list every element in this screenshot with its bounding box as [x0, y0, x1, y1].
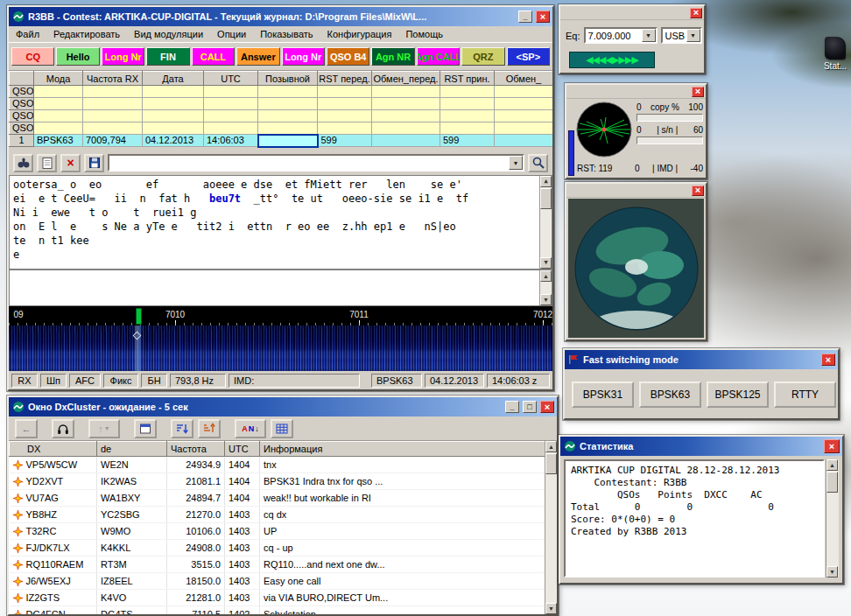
- dx-spot-row[interactable]: YD2XVT IK2WAS21081.11404BPSK31 Indra tnx…: [10, 473, 545, 490]
- menu-configuration[interactable]: Конфигурация: [327, 29, 392, 39]
- listen-button[interactable]: [52, 419, 74, 438]
- sort-descending-button[interactable]: [171, 419, 193, 438]
- log-cell-exch-sent[interactable]: [372, 135, 440, 147]
- log-cell[interactable]: [372, 86, 440, 98]
- log-cell[interactable]: [143, 110, 204, 122]
- log-cell[interactable]: [258, 122, 318, 135]
- log-cell[interactable]: [440, 122, 495, 135]
- raise-spot-button[interactable]: ↑ ▼: [88, 419, 120, 438]
- log-cell[interactable]: [495, 110, 553, 122]
- scroll-thumb[interactable]: [545, 453, 557, 474]
- fast-switching-titlebar[interactable]: Fast switching mode ×: [565, 350, 838, 369]
- log-cell-mode[interactable]: BPSK63: [34, 135, 83, 147]
- menu-file[interactable]: Файл: [16, 29, 39, 39]
- tune-up-arrows-icon[interactable]: ▶▶▶▶: [612, 54, 638, 66]
- scroll-up-button[interactable]: ▲: [540, 270, 552, 282]
- log-cell[interactable]: [83, 122, 143, 135]
- statistics-titlebar[interactable]: Статистика ×: [560, 437, 842, 456]
- log-cell[interactable]: [258, 86, 318, 98]
- close-button[interactable]: ×: [540, 401, 554, 413]
- scroll-thumb[interactable]: [826, 472, 838, 493]
- macro-hello-button[interactable]: Hello: [56, 47, 99, 66]
- log-cell-freq[interactable]: 7009,794: [83, 135, 143, 147]
- log-cell[interactable]: [83, 86, 143, 98]
- status-squelch-toggle[interactable]: Шп: [40, 374, 67, 388]
- main-titlebar[interactable]: R3BB - Contest: ARKTIKA-CUP-DIGITAL - Те…: [9, 7, 552, 26]
- log-cell-rst-sent[interactable]: 599: [318, 135, 372, 147]
- dx-header-de[interactable]: de: [97, 442, 167, 457]
- mode-bpsk31-button[interactable]: BPSK31: [572, 382, 634, 408]
- tx-scrollbar[interactable]: ▲ ▼: [539, 270, 552, 305]
- scroll-down-button[interactable]: ▼: [540, 257, 552, 269]
- dxcluster-titlebar[interactable]: Окно DxCluster - ожидание - 5 сек _ □ ×: [9, 397, 557, 416]
- dx-spot-row[interactable]: YB8HZ YC2SBG21270.01403cq dx: [10, 507, 545, 523]
- dx-header-dx[interactable]: DX: [10, 442, 97, 457]
- tuning-marker[interactable]: [136, 308, 142, 325]
- log-cell[interactable]: [372, 110, 440, 122]
- macro-qrz-button[interactable]: QRZ: [461, 47, 504, 66]
- status-lock-toggle[interactable]: Фикс: [103, 374, 138, 388]
- combo-dropdown-button[interactable]: ▼: [642, 29, 656, 42]
- log-cell[interactable]: [440, 110, 495, 122]
- panel-titlebar[interactable]: ×: [560, 6, 704, 20]
- log-cell[interactable]: [204, 98, 258, 110]
- log-cell-date[interactable]: 04.12.2013: [143, 135, 204, 147]
- menu-view[interactable]: Показывать: [260, 29, 313, 39]
- log-cell-rst-rcvd[interactable]: 599: [440, 135, 495, 147]
- menu-edit[interactable]: Редактировать: [53, 29, 120, 39]
- combo-dropdown-button[interactable]: ▼: [509, 156, 523, 170]
- log-cell[interactable]: [143, 98, 204, 110]
- log-cell[interactable]: [258, 98, 318, 110]
- log-cell[interactable]: [495, 86, 553, 98]
- menu-help[interactable]: Помощь: [405, 29, 443, 39]
- mode-combo[interactable]: USB ▼: [661, 27, 702, 44]
- log-cell[interactable]: [204, 122, 258, 135]
- status-bn-toggle[interactable]: БН: [141, 374, 167, 388]
- close-button[interactable]: ×: [690, 8, 702, 18]
- scroll-down-button[interactable]: ▼: [545, 603, 557, 614]
- desktop-icon-stat[interactable]: Stat...: [819, 37, 851, 71]
- panel-titlebar[interactable]: ×: [566, 184, 706, 198]
- log-cell[interactable]: [372, 98, 440, 110]
- macro-longnr2-button[interactable]: Long Nr: [282, 47, 325, 66]
- log-cell[interactable]: [34, 86, 83, 98]
- delete-qso-button[interactable]: ×: [60, 154, 81, 172]
- log-cell[interactable]: [495, 98, 553, 110]
- log-cell[interactable]: [440, 98, 495, 110]
- log-cell[interactable]: [34, 110, 83, 122]
- minimize-button[interactable]: _: [505, 401, 519, 413]
- close-button[interactable]: ×: [692, 87, 704, 97]
- dx-header-utc[interactable]: UTC: [225, 442, 260, 457]
- close-button[interactable]: ×: [824, 439, 840, 453]
- log-cell[interactable]: [318, 110, 372, 122]
- macro-agnnr-button[interactable]: Agn NR: [371, 47, 414, 66]
- rx-decoded-text-area[interactable]: ootersa_ o eo ef aoeee e dse et fMiett r…: [9, 175, 552, 270]
- macro-cq-button[interactable]: CQ: [11, 47, 54, 66]
- dx-spot-row[interactable]: J6/W5EXJ IZ8EEL18150.01403Easy one call: [10, 573, 545, 590]
- dx-scrollbar[interactable]: ▲ ▼: [545, 441, 557, 614]
- log-cell[interactable]: [143, 86, 204, 98]
- minimize-button[interactable]: _: [518, 10, 532, 23]
- tx-text-area[interactable]: ▲ ▼: [9, 270, 552, 306]
- status-afc-toggle[interactable]: AFC: [69, 374, 101, 388]
- maximize-button[interactable]: □: [523, 401, 537, 413]
- log-cell[interactable]: [34, 122, 83, 135]
- log-cell[interactable]: [318, 98, 372, 110]
- dx-spot-row[interactable]: FJ/DK7LX K4KKL24908.01403cq - up: [10, 540, 545, 556]
- scroll-down-button[interactable]: ▼: [540, 294, 552, 305]
- rx-highlighted-callsign[interactable]: beu7t: [209, 192, 241, 205]
- status-rx-toggle[interactable]: RX: [11, 374, 38, 388]
- mode-bpsk63-button[interactable]: BPSK63: [639, 382, 701, 408]
- log-cell-callsign-selected[interactable]: [258, 135, 318, 147]
- callsign-combo[interactable]: ▼: [108, 154, 524, 172]
- dx-header-info[interactable]: Информация: [260, 442, 545, 457]
- macro-answer-button[interactable]: Answer: [236, 47, 279, 66]
- log-cell[interactable]: [34, 98, 83, 110]
- back-button[interactable]: ←: [15, 419, 38, 438]
- dx-header-freq[interactable]: Частота: [167, 442, 225, 457]
- dx-spot-row[interactable]: VP5/W5CW WE2N24934.91404tnx: [10, 457, 545, 473]
- scroll-up-button[interactable]: ▲: [545, 441, 557, 452]
- mode-rtty-button[interactable]: RTTY: [774, 382, 836, 408]
- dx-spot-row[interactable]: RQ110RAEM RT3M3515.01403RQ110.....and ne…: [10, 556, 545, 573]
- log-cell[interactable]: [318, 122, 372, 135]
